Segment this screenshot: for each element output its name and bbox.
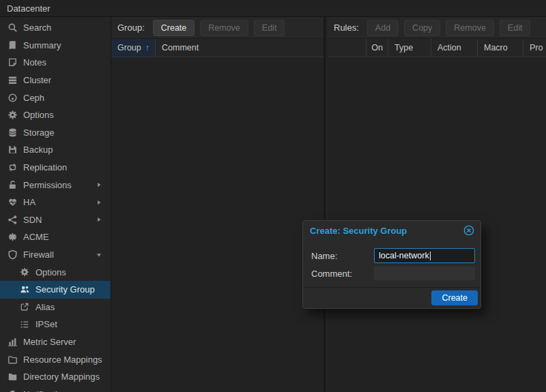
- sidebar-item-summary[interactable]: Summary: [0, 37, 111, 55]
- sidebar-item-replication[interactable]: Replication: [0, 159, 111, 177]
- rules-edit-button[interactable]: Edit: [500, 20, 531, 36]
- sidebar-item-notifications[interactable]: Notifications: [0, 385, 111, 392]
- sidebar-item-label: Ceph: [23, 93, 44, 103]
- column-header-comment[interactable]: Comment: [156, 39, 324, 57]
- group-edit-button[interactable]: Edit: [254, 20, 285, 36]
- sidebar-item-label: HA: [23, 197, 35, 207]
- book-icon: [6, 40, 18, 50]
- sidebar-item-label: Summary: [23, 40, 61, 50]
- sidebar-item-label: Notifications: [23, 389, 72, 392]
- text-caret: [430, 252, 431, 260]
- sidebar-item-directory-mappings[interactable]: Directory Mappings: [0, 368, 111, 386]
- sidebar-item-resource-mappings[interactable]: Resource Mappings: [0, 350, 111, 368]
- sidebar-item-label: Notes: [23, 57, 46, 67]
- sidebar-item-label: Storage: [23, 127, 55, 138]
- sidebar-item-label: Options: [23, 110, 54, 120]
- group-grid-body: [111, 57, 324, 391]
- comment-input[interactable]: [374, 267, 475, 280]
- sync-arrows-icon: [6, 162, 18, 173]
- sidebar-item-label: Permissions: [23, 180, 72, 190]
- sidebar-item-sdn[interactable]: SDN: [0, 211, 111, 229]
- chevron-right-icon: [96, 181, 102, 188]
- rules-remove-button[interactable]: Remove: [446, 20, 494, 36]
- dialog-title: Create: Security Group: [310, 226, 463, 236]
- dialog-footer: Create: [303, 287, 480, 308]
- rules-toolbar: Rules: Add Copy Remove Edit: [328, 17, 546, 39]
- gear-icon: [6, 110, 18, 121]
- sidebar-item-label: IPSet: [35, 319, 57, 329]
- sidebar-item-ha[interactable]: HA: [0, 194, 111, 211]
- sidebar-item-acme[interactable]: ACME: [0, 228, 111, 246]
- dialog-body: Name: local-network Comment:: [303, 240, 480, 280]
- column-header-protocol[interactable]: Pro: [523, 39, 546, 57]
- dialog-titlebar[interactable]: Create: Security Group: [303, 221, 480, 240]
- sort-asc-icon: ↑: [145, 43, 149, 52]
- security-group-panel: Group: Create Remove Edit Group ↑ Commen…: [111, 17, 326, 392]
- sidebar-item-search[interactable]: Search: [0, 19, 111, 37]
- comment-field-row: Comment:: [311, 267, 475, 280]
- group-toolbar: Group: Create Remove Edit: [111, 17, 324, 39]
- chevron-right-icon: [96, 199, 102, 206]
- shield-icon: [6, 250, 18, 260]
- sidebar-item-firewall-options[interactable]: Options: [0, 263, 111, 281]
- sidebar-item-permissions[interactable]: Permissions: [0, 176, 111, 194]
- rules-toolbar-label: Rules:: [334, 22, 359, 33]
- sidebar-item-label: Options: [35, 267, 66, 277]
- column-header-type[interactable]: Type: [388, 39, 431, 57]
- sidebar-item-notes[interactable]: Notes: [0, 54, 111, 72]
- column-header-macro[interactable]: Macro: [478, 39, 523, 57]
- rules-panel: Rules: Add Copy Remove Edit On Type Acti…: [328, 17, 546, 392]
- bell-icon: [6, 389, 18, 392]
- sidebar-item-storage[interactable]: Storage: [0, 124, 111, 142]
- sidebar-item-metric-server[interactable]: Metric Server: [0, 333, 111, 351]
- sidebar-item-label: Search: [23, 22, 51, 33]
- column-header-blank[interactable]: [328, 39, 367, 57]
- sidebar-item-label: Security Group: [35, 284, 95, 295]
- sidebar-item-alias[interactable]: Alias: [0, 299, 111, 316]
- sidebar-item-label: Firewall: [23, 250, 54, 260]
- folder-outline-icon: [6, 354, 18, 365]
- sidebar-item-label: Resource Mappings: [23, 355, 102, 365]
- gear-icon: [18, 267, 31, 277]
- close-icon[interactable]: [463, 225, 474, 236]
- window-title: Datacenter: [7, 3, 51, 14]
- sidebar-item-label: Directory Mappings: [23, 372, 100, 382]
- name-input-value: local-network: [379, 251, 429, 260]
- certificate-seal-icon: [6, 232, 18, 243]
- name-field-label: Name:: [311, 251, 374, 261]
- comment-field-label: Comment:: [311, 269, 374, 279]
- sidebar-item-label: Cluster: [23, 75, 51, 85]
- sidebar-item-label: Metric Server: [23, 337, 76, 347]
- sidebar-item-ipset[interactable]: IPSet: [0, 316, 111, 333]
- name-input[interactable]: local-network: [374, 248, 475, 263]
- name-field-row: Name: local-network: [311, 248, 475, 263]
- bar-chart-icon: [6, 336, 18, 347]
- floppy-disk-icon: [6, 145, 18, 155]
- rules-copy-button[interactable]: Copy: [404, 20, 440, 36]
- database-icon: [6, 127, 18, 138]
- sidebar-item-security-group[interactable]: Security Group: [0, 281, 111, 299]
- ceph-icon: [6, 92, 18, 103]
- list-icon: [18, 319, 31, 330]
- sidebar-item-label: Alias: [35, 302, 55, 312]
- group-remove-button[interactable]: Remove: [200, 20, 248, 36]
- search-icon: [6, 22, 18, 33]
- folder-filled-icon: [6, 372, 18, 382]
- column-header-group[interactable]: Group ↑: [111, 39, 156, 57]
- group-create-button[interactable]: Create: [153, 20, 195, 36]
- sidebar-item-options[interactable]: Options: [0, 106, 111, 124]
- note-icon: [6, 57, 18, 68]
- sidebar-item-firewall[interactable]: Firewall: [0, 246, 111, 264]
- sidebar-item-backup[interactable]: Backup: [0, 141, 111, 159]
- sidebar-item-label: ACME: [23, 232, 49, 242]
- column-header-action[interactable]: Action: [431, 39, 478, 57]
- sidebar-item-cluster[interactable]: Cluster: [0, 72, 111, 89]
- create-security-group-dialog: Create: Security Group Name: local-netwo…: [302, 220, 481, 309]
- dialog-create-button[interactable]: Create: [431, 290, 478, 305]
- sidebar-item-label: Backup: [23, 145, 53, 155]
- rules-add-button[interactable]: Add: [367, 20, 399, 36]
- heartbeat-icon: [6, 197, 18, 208]
- sidebar-item-ceph[interactable]: Ceph: [0, 89, 111, 106]
- column-header-on[interactable]: On: [367, 39, 388, 57]
- sidebar-item-label: Replication: [23, 162, 67, 172]
